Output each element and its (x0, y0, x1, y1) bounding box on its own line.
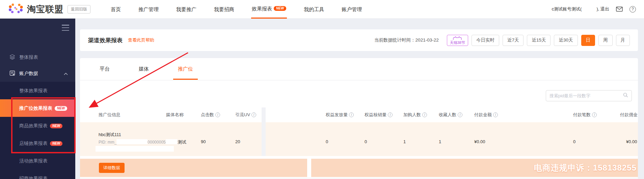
filter-button-today-realtime[interactable]: 今日实时 (472, 35, 499, 46)
new-badge: NEW (50, 124, 62, 128)
collapse-menu-icon[interactable] (62, 25, 69, 31)
nav-item-promotion-management[interactable]: 推广管理 (138, 0, 159, 19)
tab-adzone[interactable]: 推广位 (178, 66, 193, 72)
info-icon[interactable]: i (251, 112, 256, 117)
submenu-item-adzone-effect-report[interactable]: 推广位效果报表NEW (0, 99, 75, 117)
filter-button-last30days[interactable]: 近30天 (554, 35, 578, 46)
pid-search-box (546, 90, 632, 101)
tab-platform[interactable]: 平台 (100, 66, 110, 72)
submenu-item-recruit-effect-report[interactable]: 招商效果报表 (0, 170, 75, 179)
media-redaction (166, 139, 178, 144)
col-clicks: 点击数i (201, 107, 220, 122)
pid-search-input[interactable] (549, 93, 623, 98)
main-nav: 首页 推广管理 我要推广 我要招商 效果报表NEW 我的工具 账户管理 (102, 0, 371, 19)
sidebar-item-account-data[interactable]: 账户数据 (0, 66, 75, 82)
filter-button-tmall38[interactable]: 天猫38节 (447, 35, 468, 46)
submenu-item-overall-effect-report[interactable]: 整体效果报表 (0, 82, 75, 99)
info-icon[interactable]: i (422, 112, 427, 117)
info-icon[interactable]: i (458, 112, 462, 117)
page-title: 渠道效果报表 (88, 36, 123, 44)
account-close-paren: ), (596, 6, 600, 11)
new-badge: NEW (274, 6, 286, 11)
stat-time-label: 当前数据统计时间： (374, 37, 415, 43)
cart-users-value: 1 (403, 139, 406, 144)
col-cart-users: 加购人数i (403, 107, 427, 122)
complaint-watermark: 电商违规申诉：158138255 (534, 162, 637, 173)
mail-icon[interactable] (616, 6, 623, 12)
tab-media[interactable]: 媒体 (139, 66, 149, 72)
info-icon[interactable]: i (592, 112, 597, 117)
col-pay-commission: 付款佣金i (620, 107, 638, 122)
pay-amount-value: ¥0.00 (474, 139, 485, 144)
pid-redaction-line (96, 146, 174, 152)
sidebar-item-label: 整体报表 (19, 54, 38, 60)
pay-orders-value: 0 (573, 139, 575, 144)
page-help-link[interactable]: 查看此页帮助 (128, 37, 154, 43)
report-table-card: 平台 媒体 推广位 推广位信息 媒体名称 点击数i 引流UVi 权益发放量i (80, 58, 638, 179)
taobao-alliance-app: 淘宝联盟 返回旧版 首页 推广管理 我要推广 我要招商 效果报表NEW 我的工具… (0, 0, 644, 179)
account-name: c测试账号测试( (552, 6, 582, 11)
info-icon[interactable]: i (349, 112, 354, 117)
submenu-item-activity-effect-report[interactable]: 活动效果报表 (0, 152, 75, 170)
adzone-pid: PID: mm_00000005 (99, 139, 175, 145)
sidebar-item-overall-reports[interactable]: 整体报表 (0, 49, 75, 66)
bottom-banner: 详细数据 电商违规申诉：158138255 (80, 159, 638, 177)
help-icon[interactable]: ? (629, 6, 636, 12)
fixed-column-divider (262, 107, 266, 156)
submenu-item-shop-effect-report[interactable]: 店铺效果报表NEW (0, 134, 75, 152)
info-icon[interactable]: i (215, 112, 220, 117)
filter-button-month[interactable]: 月 (616, 35, 630, 46)
filter-button-last7days[interactable]: 近7天 (503, 35, 524, 46)
detail-data-button[interactable]: 详细数据 (99, 163, 125, 173)
back-to-old-version-button[interactable]: 返回旧版 (68, 5, 90, 14)
chevron-up-icon (64, 71, 68, 76)
report-tabs: 平台 媒体 推广位 (80, 58, 638, 80)
logout-link[interactable]: 退出 (600, 6, 609, 11)
account-data-submenu: 整体效果报表 推广位效果报表NEW 商品效果报表NEW 店铺效果报表NEW 活动… (0, 82, 75, 179)
table-header-row: 推广位信息 媒体名称 点击数i 引流UVi 权益发放量i 权益核销量i 加购人数… (80, 107, 638, 122)
submenu-item-label: 商品效果报表 (19, 123, 48, 128)
search-icon[interactable] (623, 93, 628, 99)
clicks-value: 90 (201, 139, 206, 144)
filter-button-week[interactable]: 周 (598, 35, 613, 46)
account-info[interactable]: c测试账号测试(), 退出 (552, 6, 609, 12)
col-pay-orders: 付款笔数i (573, 107, 597, 122)
account-redaction (582, 6, 596, 10)
stat-date: 2021-03-22 (415, 37, 439, 43)
taobao-alliance-logo[interactable]: 淘宝联盟 (8, 3, 63, 16)
main-content: 渠道效果报表 查看此页帮助 当前数据统计时间：2021-03-22 天猫38节 … (75, 19, 644, 179)
sidebar-item-label: 账户数据 (19, 71, 38, 77)
new-badge: NEW (50, 141, 62, 146)
layers-icon (9, 54, 15, 61)
nav-item-effect-reports-label: 效果报表 (252, 6, 272, 11)
media-name-cell: 测试 (166, 139, 186, 145)
rights-issued-value: 0 (326, 139, 328, 144)
tmall-cat-icon (452, 36, 462, 41)
divider (80, 178, 638, 178)
pay-commission-value: ¥0.00 (626, 139, 637, 144)
nav-item-i-want-to-promote[interactable]: 我要推广 (176, 0, 197, 19)
rights-redeemed-value: 0 (365, 139, 367, 144)
nav-item-my-tools[interactable]: 我的工具 (303, 0, 325, 19)
sidebar: 整体报表 账户数据 整体效果报表 推广位效果报表NEW 商品 (0, 19, 75, 179)
fav-users-value: 1 (439, 139, 441, 144)
col-pay-amount: 付款金额i (474, 107, 498, 122)
nav-item-home[interactable]: 首页 (110, 0, 122, 19)
nav-item-account-management[interactable]: 账户管理 (341, 0, 363, 19)
info-icon[interactable]: i (388, 112, 393, 117)
filter-button-label: 天猫38节 (450, 41, 465, 45)
filter-button-day[interactable]: 日 (581, 35, 595, 46)
submenu-item-item-effect-report[interactable]: 商品效果报表NEW (0, 117, 75, 134)
nav-item-effect-reports[interactable]: 效果报表NEW (251, 0, 287, 19)
info-icon[interactable]: i (493, 112, 498, 117)
filter-button-last15days[interactable]: 近15天 (527, 35, 551, 46)
col-fav-users: 收藏人数i (439, 107, 462, 122)
col-media-name: 媒体名称 (166, 107, 184, 122)
col-adzone-info: 推广位信息 (99, 107, 120, 122)
nav-item-i-want-to-recruit[interactable]: 我要招商 (213, 0, 235, 19)
topbar-right-group: c测试账号测试(), 退出 ? (552, 6, 636, 12)
new-badge: NEW (55, 106, 67, 111)
table-row: hbc测试111 PID: mm_00000005 测试 90 20 0 0 1… (80, 122, 638, 156)
logo-dots-icon (8, 3, 24, 16)
col-uv: 引流UVi (235, 107, 256, 122)
